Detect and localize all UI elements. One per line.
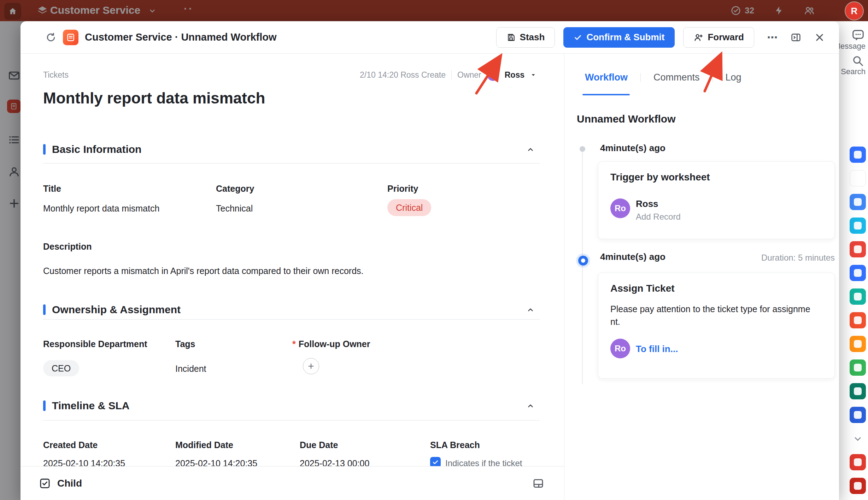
app-icon[interactable] — [850, 194, 866, 210]
app-icon[interactable] — [850, 454, 866, 470]
section-ownership-assignment[interactable]: Ownership & Assignment — [43, 302, 181, 318]
timeline-dot-active — [578, 256, 588, 266]
more-actions-button[interactable]: ⋯ — [767, 31, 778, 43]
owner-label: Owner — [457, 70, 481, 80]
card-title: Trigger by worksheet — [610, 172, 710, 183]
required-mark: * — [292, 339, 296, 349]
forward-button[interactable]: Forward — [683, 27, 754, 48]
side-panel-toggle-icon[interactable] — [790, 32, 802, 43]
event-duration: Duration: 5 minutes — [761, 253, 835, 263]
timeline-line — [582, 151, 583, 384]
field-value-category[interactable]: Technical — [216, 203, 253, 214]
field-label-modified-date: Modified Date — [175, 440, 233, 450]
app-icon[interactable] — [850, 288, 866, 305]
child-label: Child — [57, 478, 82, 489]
panel-tabs: Workflow Comments Log — [585, 72, 741, 83]
worksheet-app-icon — [63, 30, 78, 45]
section-basic-information[interactable]: Basic Information — [43, 141, 141, 157]
created-meta: 2/10 14:20 Ross Create — [360, 70, 446, 80]
avatar: Ro — [610, 339, 630, 358]
app-icon[interactable] — [850, 241, 866, 257]
ticket-detail-pane: Tickets 2/10 14:20 Ross Create Owner R R… — [20, 54, 564, 500]
workflow-card-assign[interactable]: Assign Ticket Please pay attention to th… — [598, 273, 835, 379]
ticket-meta-row: Tickets 2/10 14:20 Ross Create Owner R R… — [43, 69, 536, 81]
close-icon[interactable] — [814, 32, 825, 43]
tab-log[interactable]: Log — [726, 72, 741, 83]
add-owner-button[interactable] — [303, 358, 319, 374]
plus-icon — [307, 362, 315, 370]
action-label: Add Record — [636, 212, 681, 222]
owner-avatar[interactable]: R — [487, 69, 499, 81]
section-divider — [43, 319, 540, 320]
user-avatar[interactable]: R — [845, 2, 863, 20]
collapse-chevron-icon[interactable] — [527, 146, 534, 154]
card-title: Assign Ticket — [610, 283, 675, 294]
section-divider — [43, 420, 540, 421]
check-icon — [574, 33, 582, 42]
app-icon[interactable] — [850, 170, 866, 186]
field-label-due-date: Due Date — [300, 440, 338, 450]
app-icon[interactable] — [850, 359, 866, 376]
workflow-name: Unnamed Workflow — [577, 113, 675, 125]
actor-name: Ross — [636, 198, 658, 209]
app-icon[interactable] — [850, 383, 866, 399]
event-time: 4minute(s) ago — [600, 251, 665, 262]
app-icon[interactable] — [850, 147, 866, 163]
meta-divider — [451, 70, 452, 79]
field-label-priority: Priority — [387, 184, 418, 194]
to-fill-in-link[interactable]: To fill in... — [636, 344, 678, 355]
field-value-description[interactable]: Customer reports a mismatch in April's r… — [43, 266, 364, 276]
collapse-chevron-icon[interactable] — [527, 306, 534, 314]
workflow-card-trigger[interactable]: Trigger by worksheet Ro Ross Add Record — [598, 161, 835, 239]
app-icon[interactable] — [850, 478, 866, 494]
field-value-title[interactable]: Monthly report data mismatch — [43, 203, 159, 214]
tab-workflow[interactable]: Workflow — [585, 72, 628, 83]
field-label-followup-owner: *Follow-up Owner — [292, 339, 370, 349]
section-accent-bar — [43, 144, 46, 155]
field-label-department: Responsible Department — [43, 339, 147, 349]
search-icon[interactable] — [851, 54, 864, 67]
active-tab-underline — [582, 94, 630, 95]
dialog-title: Customer Service · Unnamed Workflow — [85, 31, 277, 43]
field-label-created-date: Created Date — [43, 440, 98, 450]
priority-badge[interactable]: Critical — [387, 199, 431, 216]
child-records-bar[interactable]: Child — [20, 466, 564, 500]
child-checkbox-icon — [39, 477, 51, 489]
app-icon[interactable] — [850, 430, 866, 447]
confirm-submit-button[interactable]: Confirm & Submit — [563, 27, 675, 48]
ticket-dialog: Customer Service · Unnamed Workflow Stas… — [20, 21, 839, 500]
app-icon[interactable] — [850, 218, 866, 234]
tab-comments[interactable]: Comments — [653, 72, 700, 83]
breadcrumb[interactable]: Tickets — [43, 70, 69, 80]
app-icon[interactable] — [850, 312, 866, 328]
card-body-line: nt. — [610, 315, 620, 328]
section-accent-bar — [43, 400, 46, 411]
card-body-line: Please pay attention to the ticket type … — [610, 303, 810, 315]
app-icon[interactable] — [850, 336, 866, 352]
dialog-header: Customer Service · Unnamed Workflow Stas… — [20, 21, 839, 54]
owner-caret-icon[interactable] — [530, 72, 536, 78]
field-label-sla-breach: SLA Breach — [430, 440, 480, 450]
field-label-category: Category — [216, 184, 254, 194]
right-dock-tiles — [850, 147, 866, 494]
avatar: Ro — [610, 198, 630, 218]
card-view-icon[interactable] — [532, 477, 544, 489]
event-time: 4minute(s) ago — [600, 143, 665, 154]
field-label-description: Description — [43, 242, 92, 252]
department-chip[interactable]: CEO — [43, 360, 79, 376]
stash-button[interactable]: Stash — [496, 27, 555, 48]
section-timeline-sla[interactable]: Timeline & SLA — [43, 398, 130, 414]
app-icon[interactable] — [850, 265, 866, 281]
owner-name[interactable]: Ross — [505, 70, 524, 80]
person-plus-icon — [693, 32, 703, 42]
field-label-title: Title — [43, 184, 61, 194]
ticket-title: Monthly report data mismatch — [43, 88, 265, 109]
section-divider — [43, 163, 540, 163]
section-accent-bar — [43, 304, 46, 315]
chat-bubble-icon[interactable] — [851, 28, 865, 42]
field-value-tags[interactable]: Incident — [175, 364, 206, 374]
collapse-chevron-icon[interactable] — [527, 402, 534, 410]
refresh-icon[interactable] — [45, 32, 57, 43]
app-icon[interactable] — [850, 407, 866, 423]
timeline-dot — [580, 146, 585, 152]
